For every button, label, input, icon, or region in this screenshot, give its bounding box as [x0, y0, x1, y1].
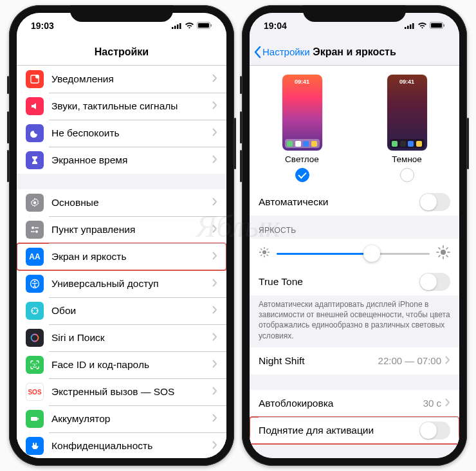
row-label: Обои: [51, 305, 212, 317]
brightness-slider[interactable]: [277, 253, 430, 255]
settings-row[interactable]: Уведомления: [17, 66, 226, 93]
chevron-right-icon: [212, 224, 217, 236]
automatic-toggle[interactable]: [419, 193, 450, 211]
automatic-row[interactable]: Автоматически: [250, 189, 459, 216]
appearance-light-option[interactable]: 09:41 Светлое: [282, 75, 322, 182]
autolock-label: Автоблокировка: [259, 398, 423, 409]
sos-icon: SOS: [26, 383, 44, 401]
page-title: Экран и яркость: [313, 46, 396, 58]
nav-bar: Настройки Экран и яркость: [250, 39, 459, 66]
settings-row[interactable]: Универсальный доступ: [17, 270, 226, 297]
settings-list[interactable]: УведомленияЗвуки, тактильные сигналыНе б…: [17, 66, 226, 458]
svg-line-53: [446, 255, 448, 257]
settings-row[interactable]: Face ID и код-пароль: [17, 351, 226, 378]
row-label: Экстренный вызов — SOS: [51, 386, 212, 398]
svg-rect-3: [179, 23, 181, 29]
svg-rect-32: [407, 26, 409, 29]
svg-point-10: [32, 226, 34, 229]
settings-row[interactable]: Пункт управления: [17, 216, 226, 243]
back-button[interactable]: Настройки: [253, 46, 310, 59]
svg-rect-6: [211, 24, 212, 27]
truetone-row[interactable]: True Tone: [250, 268, 459, 295]
wifi-icon: [185, 21, 194, 31]
settings-row[interactable]: AAЭкран и яркость: [17, 243, 226, 270]
row-label: Основные: [51, 197, 212, 208]
settings-row[interactable]: Аккумулятор: [17, 405, 226, 432]
access-icon: [26, 275, 44, 293]
truetone-toggle[interactable]: [419, 273, 450, 291]
gear-icon: [26, 194, 44, 212]
raise-to-wake-row[interactable]: Поднятие для активации: [250, 417, 459, 444]
svg-point-18: [37, 310, 38, 311]
raise-toggle[interactable]: [419, 421, 450, 439]
svg-line-46: [267, 249, 268, 250]
row-label: Конфиденциальность: [51, 440, 212, 452]
svg-rect-5: [198, 23, 209, 28]
svg-rect-37: [444, 24, 445, 27]
settings-row[interactable]: Конфиденциальность: [17, 432, 226, 458]
row-label: Пункт управления: [51, 224, 212, 236]
battery-icon: [197, 21, 212, 31]
row-label: Face ID и код-пароль: [51, 359, 212, 371]
row-label: Универсальный доступ: [51, 278, 212, 290]
row-label: Звуки, тактильные сигналы: [51, 100, 212, 112]
svg-rect-33: [410, 24, 412, 29]
battery-icon: [26, 410, 44, 428]
settings-row[interactable]: Звуки, тактильные сигналы: [17, 93, 226, 120]
light-radio[interactable]: [295, 168, 309, 182]
chevron-right-icon: [212, 359, 217, 371]
status-indicators: [172, 21, 212, 31]
sun-min-icon: [259, 246, 270, 261]
phone-right: 19:04 Настройки Экран и яркость: [242, 5, 467, 466]
status-time: 19:04: [264, 21, 287, 31]
chevron-right-icon: [212, 73, 217, 85]
display-settings-list[interactable]: 09:41 Светлое 09:41 Темное: [250, 66, 459, 458]
svg-line-55: [446, 248, 448, 249]
svg-rect-25: [38, 418, 39, 420]
truetone-label: True Tone: [259, 276, 419, 288]
raise-label: Поднятие для активации: [259, 425, 419, 436]
comparison-container: 19:03 Настройки УведомленияЗвуки, тактил…: [0, 0, 476, 471]
settings-row[interactable]: Siri и Поиск: [17, 324, 226, 351]
dark-preview: 09:41: [387, 75, 427, 151]
hourglass-icon: [26, 151, 44, 169]
appearance-dark-option[interactable]: 09:41 Темное: [387, 75, 427, 182]
battery-icon: [430, 21, 445, 31]
nightshift-label: Night Shift: [259, 355, 378, 367]
page-title: Настройки: [95, 46, 149, 58]
svg-point-22: [33, 364, 34, 365]
chevron-right-icon: [212, 386, 217, 398]
settings-row[interactable]: Не беспокоить: [17, 120, 226, 147]
svg-rect-24: [31, 417, 37, 421]
svg-line-54: [439, 255, 440, 257]
svg-point-19: [34, 313, 35, 314]
brightness-slider-row: [250, 239, 459, 268]
settings-row[interactable]: Основные: [17, 189, 226, 216]
autolock-row[interactable]: Автоблокировка 30 с: [250, 390, 459, 417]
row-label: Не беспокоить: [51, 127, 212, 139]
chevron-right-icon: [212, 154, 217, 166]
settings-row[interactable]: SOSЭкстренный вызов — SOS: [17, 378, 226, 405]
light-label: Светлое: [285, 154, 319, 164]
settings-row[interactable]: Экранное время: [17, 147, 226, 174]
nightshift-detail: 22:00 — 07:00: [378, 355, 441, 366]
nav-bar: Настройки: [17, 39, 226, 66]
chevron-right-icon: [212, 440, 217, 452]
brightness-header: ЯРКОСТЬ: [250, 216, 459, 239]
dark-radio[interactable]: [400, 168, 414, 182]
wallpaper-icon: [26, 302, 44, 320]
sound-icon: [26, 97, 44, 115]
nightshift-row[interactable]: Night Shift 22:00 — 07:00: [250, 347, 459, 374]
switches-icon: [26, 221, 44, 239]
appearance-selector: 09:41 Светлое 09:41 Темное: [250, 66, 459, 189]
settings-row[interactable]: Обои: [17, 297, 226, 324]
svg-point-23: [36, 364, 37, 365]
row-label: Экран и яркость: [51, 251, 212, 263]
status-indicators: [405, 21, 445, 31]
chevron-right-icon: [212, 413, 217, 425]
siri-icon: [26, 329, 44, 347]
chevron-right-icon: [212, 127, 217, 139]
svg-rect-36: [431, 23, 442, 28]
notif-icon: [26, 70, 44, 88]
chevron-right-icon: [212, 332, 217, 344]
